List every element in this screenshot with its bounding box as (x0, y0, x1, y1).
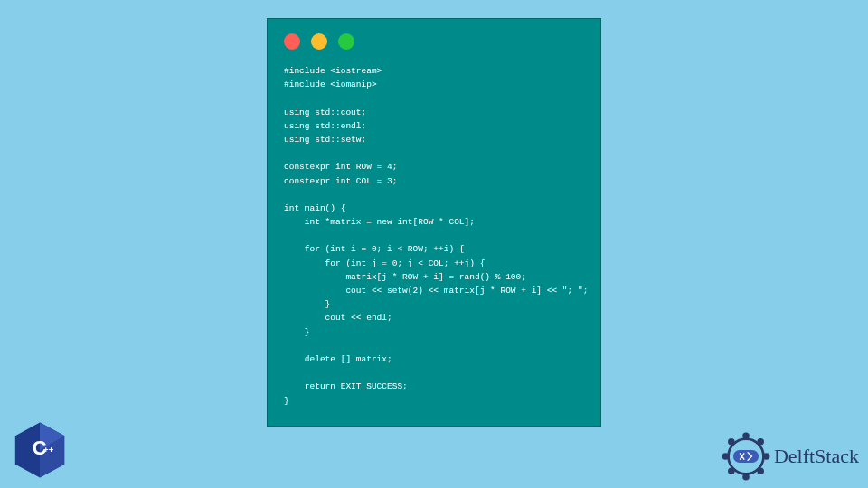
code-window: #include <iostream> #include <iomanip> u… (267, 18, 601, 427)
svg-point-12 (722, 453, 729, 460)
svg-point-8 (763, 453, 770, 460)
svg-point-7 (757, 438, 764, 446)
window-controls (268, 19, 600, 59)
svg-point-10 (742, 474, 750, 481)
window-maximize-icon (338, 33, 354, 50)
window-minimize-icon (311, 33, 327, 50)
svg-text:++: ++ (43, 445, 54, 455)
code-content: #include <iostream> #include <iomanip> u… (268, 59, 600, 424)
svg-point-6 (742, 433, 750, 440)
svg-point-9 (757, 467, 764, 474)
delftstack-logo: DelftStack (722, 432, 859, 481)
cpp-logo-icon: C ++ (9, 419, 71, 481)
window-close-icon (284, 33, 300, 50)
delftstack-emblem-icon (722, 432, 770, 481)
svg-point-11 (728, 467, 735, 474)
delftstack-brand-text: DelftStack (774, 445, 859, 468)
svg-point-13 (728, 438, 735, 446)
svg-rect-14 (733, 450, 759, 463)
